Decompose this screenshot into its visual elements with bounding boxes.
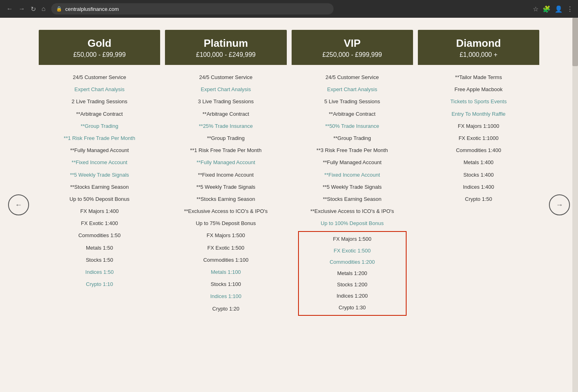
list-item: **3 Risk Free Trade Per Month — [295, 144, 410, 156]
list-item: FX Exotic 1:1000 — [421, 132, 536, 144]
list-item: FX Majors 1:500 — [299, 234, 406, 245]
list-item: **Arbitrage Contract — [295, 108, 410, 120]
gold-header: Gold £50,000 - £99,999 — [39, 30, 160, 65]
list-item: **Fully Managed Account — [42, 144, 157, 156]
list-item: Crypto 1:50 — [421, 193, 536, 205]
list-item: **Arbitrage Contract — [42, 108, 157, 120]
list-item: **Stocks Earning Season — [42, 181, 157, 193]
list-item: FX Exotic 1:500 — [168, 242, 283, 254]
gold-card: Gold £50,000 - £99,999 24/5 Customer Ser… — [39, 30, 160, 324]
platinum-card: Platinum £100,000 - £249,999 24/5 Custom… — [165, 30, 286, 324]
list-item: Metals 1:50 — [42, 242, 157, 254]
vip-body: 24/5 Customer Service Expert Chart Analy… — [292, 65, 413, 324]
list-item: 24/5 Customer Service — [42, 71, 157, 83]
list-item: Crypto 1:20 — [168, 303, 283, 315]
back-button[interactable]: ← — [5, 4, 15, 15]
home-button[interactable]: ⌂ — [40, 4, 47, 15]
list-item: 24/5 Customer Service — [295, 71, 410, 83]
list-item: **Stocks Earning Season — [168, 193, 283, 205]
vip-plan-name: VIP — [298, 37, 407, 50]
list-item: Commodities 1:400 — [421, 144, 536, 156]
gold-plan-name: Gold — [45, 37, 154, 50]
list-item: FX Majors 1:400 — [42, 205, 157, 217]
list-item: Expert Chart Analysis — [168, 83, 283, 96]
browser-actions: ☆ 🧩 👤 ⋮ — [533, 5, 573, 13]
list-item: Up to 100% Deposit Bonus — [295, 217, 410, 229]
diamond-plan-name: Diamond — [424, 37, 533, 50]
list-item: Stocks 1:400 — [421, 169, 536, 181]
list-item: **1 Risk Free Trade Per Month — [42, 132, 157, 144]
list-item: Commodities 1:50 — [42, 229, 157, 242]
list-item: **Exclusive Access to ICO's & IPO's — [295, 205, 410, 217]
vip-card: VIP £250,000 - £999,999 24/5 Customer Se… — [292, 30, 413, 324]
star-button[interactable]: ☆ — [533, 5, 538, 13]
list-item: **Fully Managed Account — [295, 156, 410, 169]
list-item: Indices 1:100 — [168, 290, 283, 302]
list-item: **Group Trading — [42, 120, 157, 132]
scrollbar-track — [572, 18, 578, 392]
url-text: centralplusfinance.com — [65, 6, 119, 12]
browser-chrome: ← → ↻ ⌂ 🔒 centralplusfinance.com ☆ 🧩 👤 ⋮ — [0, 0, 578, 18]
diamond-card: Diamond £1,000,000 + **Tailor Made Terms… — [418, 30, 539, 324]
address-bar[interactable]: 🔒 centralplusfinance.com — [51, 3, 334, 15]
scrollbar-thumb[interactable] — [572, 18, 578, 66]
list-item: **Group Trading — [295, 132, 410, 144]
list-item: Crypto 1:10 — [42, 278, 157, 290]
list-item: **1 Risk Free Trade Per Month — [168, 144, 283, 156]
list-item: FX Exotic 1:400 — [42, 217, 157, 229]
menu-button[interactable]: ⋮ — [567, 5, 573, 13]
nav-buttons: ← → ↻ ⌂ — [5, 4, 47, 15]
list-item: **Exclusive Access to ICO's & IPO's — [168, 205, 283, 217]
list-item: FX Majors 1:1000 — [421, 120, 536, 132]
list-item: Stocks 1:50 — [42, 254, 157, 266]
list-item: **25% Trade Insurance — [168, 120, 283, 132]
list-item: Metals 1:100 — [168, 266, 283, 278]
list-item: Crypto 1:30 — [299, 302, 406, 313]
list-item: **Fixed Income Account — [42, 156, 157, 169]
list-item: Free Apple Macbook — [421, 83, 536, 96]
refresh-button[interactable]: ↻ — [29, 4, 38, 15]
list-item: Up to 50% Deposit Bonus — [42, 193, 157, 205]
list-item: 5 Live Trading Sessions — [295, 96, 410, 108]
list-item: Up to 75% Deposit Bonus — [168, 217, 283, 229]
list-item: Stocks 1:200 — [299, 279, 406, 290]
list-item: Metals 1:200 — [299, 268, 406, 279]
list-item: Entry To Monthly Raffle — [421, 108, 536, 120]
gold-body: 24/5 Customer Service Expert Chart Analy… — [39, 65, 160, 297]
list-item: Commodities 1:100 — [168, 254, 283, 266]
list-item: **5 Weekly Trade Signals — [168, 181, 283, 193]
lock-icon: 🔒 — [56, 6, 62, 12]
list-item: Commodities 1:200 — [299, 256, 406, 268]
list-item: Indices 1:400 — [421, 181, 536, 193]
list-item: **Fully Managed Account — [168, 156, 283, 169]
vip-highlight-box: FX Majors 1:500 FX Exotic 1:500 Commodit… — [298, 231, 407, 315]
list-item: **Group Trading — [168, 132, 283, 144]
list-item: Stocks 1:100 — [168, 278, 283, 290]
vip-price-range: £250,000 - £999,999 — [298, 51, 407, 58]
list-item: FX Majors 1:500 — [168, 229, 283, 242]
list-item: **Arbitrage Contract — [168, 108, 283, 120]
vip-header: VIP £250,000 - £999,999 — [292, 30, 413, 65]
list-item: **Stocks Earning Season — [295, 193, 410, 205]
list-item: **Fixed Income Account — [295, 169, 410, 181]
list-item: 3 Live Trading Sessions — [168, 96, 283, 108]
list-item: Indices 1:50 — [42, 266, 157, 278]
list-item: **5 Weekly Trade Signals — [295, 181, 410, 193]
prev-arrow[interactable]: ← — [8, 194, 29, 215]
platinum-plan-name: Platinum — [171, 37, 280, 50]
list-item: Metals 1:400 — [421, 156, 536, 169]
list-item: Expert Chart Analysis — [295, 83, 410, 96]
extensions-button[interactable]: 🧩 — [543, 5, 551, 13]
list-item: **5 Weekly Trade Signals — [42, 169, 157, 181]
next-arrow[interactable]: → — [549, 194, 570, 215]
diamond-body: **Tailor Made Terms Free Apple Macbook T… — [418, 65, 539, 212]
profile-button[interactable]: 👤 — [555, 5, 563, 13]
forward-button[interactable]: → — [17, 4, 27, 15]
platinum-body: 24/5 Customer Service Expert Chart Analy… — [165, 65, 286, 321]
list-item: 2 Live Trading Sessions — [42, 96, 157, 108]
list-item: **50% Trade Insurance — [295, 120, 410, 132]
cards-wrapper: Gold £50,000 - £99,999 24/5 Customer Ser… — [0, 30, 578, 324]
list-item: **Tailor Made Terms — [421, 71, 536, 83]
list-item: Expert Chart Analysis — [42, 83, 157, 96]
diamond-header: Diamond £1,000,000 + — [418, 30, 539, 65]
